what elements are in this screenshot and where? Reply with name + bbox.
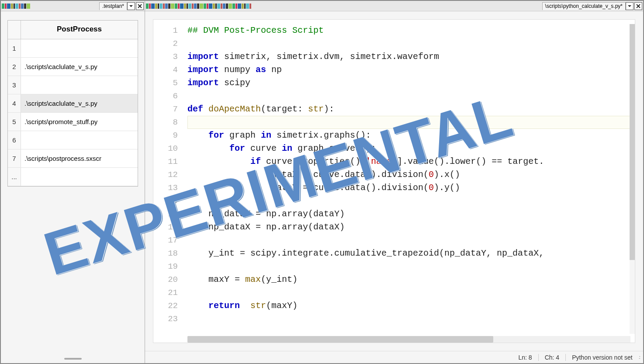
scrollbar-thumb[interactable] [630, 24, 635, 260]
current-line-highlight [187, 116, 630, 129]
left-tab[interactable]: .testplan* [99, 2, 127, 10]
table-header-label: PostProcess [21, 21, 138, 39]
code-line[interactable]: if curve.properties()['name'].value().lo… [187, 155, 635, 168]
close-icon [137, 3, 142, 9]
code-line[interactable]: import simetrix, simetrix.dvm, simetrix.… [187, 50, 635, 63]
code-line[interactable] [187, 260, 635, 273]
code-line[interactable]: import numpy as np [187, 63, 635, 76]
code-line[interactable]: return str(maxY) [187, 299, 635, 312]
code-text-area[interactable]: ## DVM Post-Process Scriptimport simetri… [184, 20, 635, 343]
code-line[interactable]: np_dataY = np.array(dataY) [187, 208, 635, 221]
right-dropdown-button[interactable] [626, 2, 634, 10]
status-python-version[interactable]: Python version not set [572, 354, 633, 361]
table-row[interactable]: 3 [8, 76, 138, 94]
line-number: 3 [153, 50, 178, 63]
row-number: 1 [8, 39, 21, 57]
left-dropdown-button[interactable] [127, 2, 135, 10]
table-row[interactable]: 5.\scripts\promote_stuff.py [8, 113, 138, 131]
code-line[interactable] [187, 234, 635, 247]
cell-value[interactable]: .\scripts\postprocess.sxscr [21, 149, 138, 167]
table-header-row: PostProcess [8, 21, 138, 39]
grip-icon [64, 358, 82, 360]
code-line[interactable]: maxY = max(y_int) [187, 273, 635, 286]
code-editor[interactable]: 1234567891011121314151617181920212223 ##… [153, 19, 635, 343]
cell-value[interactable] [21, 39, 138, 57]
line-number: 17 [153, 234, 178, 247]
left-panel: .testplan* PostProcess 12.\scripts\caclu… [1, 1, 145, 363]
row-number: 4 [8, 94, 21, 112]
resize-grip-icon[interactable]: .:: [639, 355, 640, 360]
line-number: 9 [153, 129, 178, 142]
postprocess-table[interactable]: PostProcess 12.\scripts\caclulate_v_s.py… [7, 20, 138, 187]
code-line[interactable]: dataX = curve.data().division(0).x() [187, 168, 635, 181]
editor-vertical-scrollbar[interactable] [630, 24, 635, 334]
line-number: 6 [153, 90, 178, 103]
line-number: 16 [153, 221, 178, 234]
line-number: 12 [153, 168, 178, 181]
line-number-gutter: 1234567891011121314151617181920212223 [153, 20, 184, 343]
cell-value[interactable] [21, 131, 138, 149]
panel-resize-handle[interactable] [1, 354, 145, 363]
row-number: 3 [8, 76, 21, 94]
cell-value[interactable]: .\scripts\caclulate_v_s.py [21, 58, 138, 76]
line-number: 15 [153, 208, 178, 221]
code-line[interactable]: def doApecMath(target: str): [187, 103, 635, 116]
table-row[interactable]: ... [8, 168, 138, 186]
table-corner [8, 21, 21, 39]
line-number: 22 [153, 299, 178, 312]
row-number: ... [8, 168, 21, 186]
cell-value[interactable]: .\scripts\promote_stuff.py [21, 113, 138, 131]
left-titlebar: .testplan* [1, 1, 145, 11]
status-column: Ch: 4 [545, 354, 559, 361]
chevron-down-icon [128, 3, 134, 9]
line-number: 21 [153, 286, 178, 299]
editor-horizontal-scrollbar[interactable] [187, 336, 630, 343]
code-line[interactable] [187, 312, 635, 326]
separator [565, 354, 566, 361]
code-line[interactable]: for curve in graph.curves(): [187, 142, 635, 155]
line-number: 7 [153, 103, 178, 116]
separator [538, 354, 539, 361]
table-row[interactable]: 1 [8, 39, 138, 58]
table-row[interactable]: 6 [8, 131, 138, 149]
cell-value[interactable] [21, 168, 138, 186]
line-number: 18 [153, 247, 178, 260]
line-number: 10 [153, 142, 178, 155]
line-number: 20 [153, 273, 178, 286]
code-line[interactable] [187, 286, 635, 299]
code-line[interactable]: import scipy [187, 76, 635, 90]
row-number: 5 [8, 113, 21, 131]
left-close-button[interactable] [136, 2, 144, 10]
code-line[interactable]: ## DVM Post-Process Script [187, 24, 635, 37]
right-tab[interactable]: \scripts\python_calculate_v_s.py* [542, 2, 626, 10]
cell-value[interactable]: .\scripts\caclulate_v_s.py [21, 94, 138, 112]
line-number: 14 [153, 194, 178, 208]
table-row[interactable]: 7.\scripts\postprocess.sxscr [8, 149, 138, 168]
code-line[interactable] [187, 194, 635, 208]
right-panel: \scripts\python_calculate_v_s.py* 123456… [145, 1, 643, 363]
row-number: 6 [8, 131, 21, 149]
right-close-button[interactable] [634, 2, 642, 10]
left-content: PostProcess 12.\scripts\caclulate_v_s.py… [1, 11, 145, 354]
code-line[interactable]: dataY = curve.data().division(0).y() [187, 181, 635, 194]
tab-strip-decoration [2, 3, 97, 10]
table-row[interactable]: 2.\scripts\caclulate_v_s.py [8, 58, 138, 76]
scrollbar-thumb[interactable] [187, 336, 493, 343]
code-line[interactable]: np_dataX = np.array(dataX) [187, 221, 635, 234]
code-line[interactable] [187, 90, 635, 103]
row-number: 2 [8, 58, 21, 76]
line-number: 4 [153, 63, 178, 76]
chevron-down-icon [627, 3, 632, 9]
row-number: 7 [8, 149, 21, 167]
cell-value[interactable] [21, 76, 138, 94]
line-number: 23 [153, 312, 178, 326]
line-number: 19 [153, 260, 178, 273]
line-number: 8 [153, 116, 178, 129]
tab-strip-decoration-right [146, 3, 540, 10]
code-line[interactable] [187, 116, 635, 129]
code-line[interactable]: y_int = scipy.integrate.cumulative_trape… [187, 247, 635, 260]
code-line[interactable] [187, 37, 635, 50]
line-number: 2 [153, 37, 178, 50]
table-row[interactable]: 4.\scripts\caclulate_v_s.py [8, 94, 138, 113]
code-line[interactable]: for graph in simetrix.graphs(): [187, 129, 635, 142]
